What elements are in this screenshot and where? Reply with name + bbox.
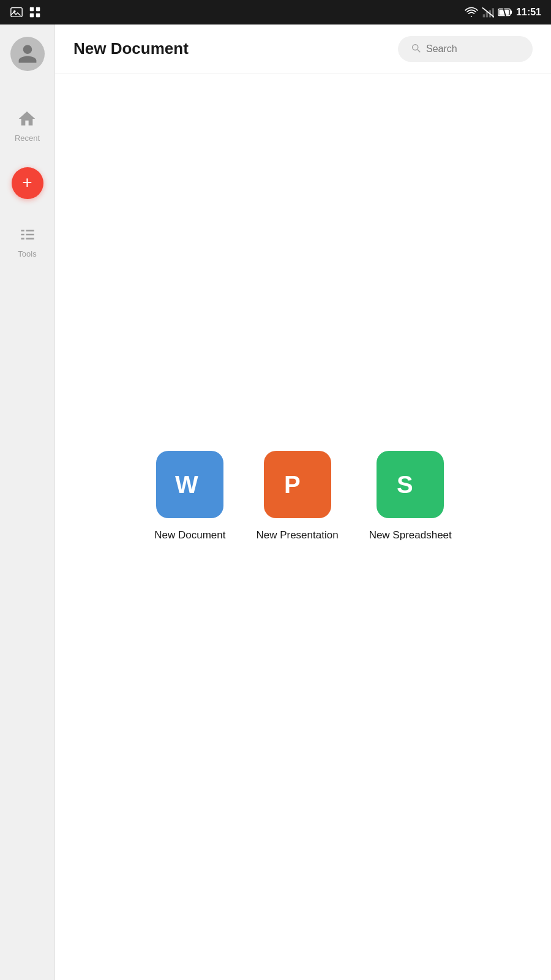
- new-spreadsheet-card[interactable]: S New Spreadsheet: [369, 451, 452, 541]
- svg-rect-2: [30, 7, 34, 11]
- presentation-icon-bg: P: [264, 451, 331, 518]
- photo-icon: [10, 6, 23, 19]
- avatar[interactable]: [10, 37, 45, 71]
- svg-rect-7: [486, 12, 488, 17]
- svg-text:P: P: [284, 471, 301, 498]
- signal-icon: [482, 7, 494, 18]
- tools-icon: [17, 224, 39, 246]
- fab-new-button[interactable]: +: [12, 167, 43, 199]
- svg-text:W: W: [175, 471, 198, 498]
- new-spreadsheet-label: New Spreadsheet: [369, 529, 452, 541]
- recent-label: Recent: [15, 134, 40, 143]
- svg-text:S: S: [397, 471, 413, 498]
- battery-icon: [498, 7, 512, 17]
- svg-rect-5: [36, 13, 40, 17]
- word-icon-bg: W: [156, 451, 223, 518]
- search-bar[interactable]: [398, 36, 533, 62]
- search-input[interactable]: [426, 43, 524, 55]
- wifi-icon: [465, 7, 478, 18]
- content-area: New Document W: [55, 24, 551, 980]
- svg-rect-12: [510, 10, 512, 14]
- content-body: W New Document P New Presentation: [55, 74, 551, 980]
- sidebar-item-tools[interactable]: Tools: [17, 224, 39, 258]
- sidebar-item-recent[interactable]: Recent: [15, 108, 40, 143]
- main-layout: Recent + Tools New Document: [0, 24, 551, 980]
- svg-rect-6: [483, 14, 485, 17]
- status-time: 11:51: [516, 7, 541, 18]
- new-presentation-card[interactable]: P New Presentation: [256, 451, 338, 541]
- new-document-card[interactable]: W New Document: [154, 451, 225, 541]
- status-bar-left: [10, 6, 42, 19]
- sidebar: Recent + Tools: [0, 24, 55, 980]
- svg-rect-3: [36, 7, 40, 11]
- spreadsheet-icon-bg: S: [377, 451, 444, 518]
- search-icon: [410, 42, 421, 56]
- status-bar: 11:51: [0, 0, 551, 24]
- new-document-label: New Document: [154, 529, 225, 541]
- app-icon: [28, 6, 42, 19]
- fab-plus-icon: +: [22, 174, 32, 191]
- tools-label: Tools: [18, 249, 36, 258]
- doc-cards-row: W New Document P New Presentation: [154, 451, 452, 603]
- page-title: New Document: [73, 39, 189, 58]
- home-icon: [16, 108, 38, 130]
- header: New Document: [55, 24, 551, 74]
- status-bar-right: 11:51: [465, 7, 541, 18]
- new-presentation-label: New Presentation: [256, 529, 338, 541]
- svg-rect-4: [30, 13, 34, 17]
